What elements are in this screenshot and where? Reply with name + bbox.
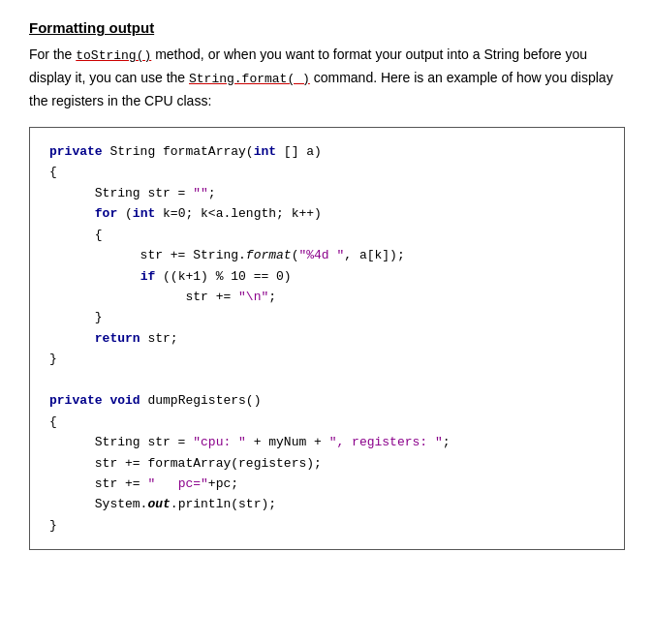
str-pc-prefix: " pc=" — [147, 476, 207, 491]
str-empty: "" — [193, 186, 208, 200]
kw-int-2: int — [133, 206, 155, 221]
str-newline: "\n" — [238, 290, 268, 304]
tostring-method: toString() — [76, 48, 151, 63]
desc-part1: For the — [29, 46, 76, 62]
kw-void: void — [109, 393, 140, 408]
code-block: private String formatArray(int [] a) { S… — [29, 127, 625, 550]
format-method: format — [246, 248, 292, 262]
str-format: "%4d " — [298, 248, 344, 262]
kw-int-1: int — [254, 144, 276, 159]
page-container: Formatting output For the toString() met… — [29, 19, 625, 550]
kw-private-2: private — [49, 393, 103, 408]
description-text: For the toString() method, or when you w… — [29, 44, 625, 111]
out-keyword: out — [147, 497, 170, 511]
str-registers: ", registers: " — [329, 435, 443, 449]
str-cpu: "cpu: " — [193, 435, 246, 449]
page-title: Formatting output — [29, 19, 625, 36]
kw-private-1: private — [49, 144, 103, 159]
kw-return: return — [95, 331, 140, 346]
kw-for: for — [95, 206, 117, 221]
string-format-method: String.format( ) — [189, 72, 310, 86]
kw-if: if — [140, 269, 156, 284]
